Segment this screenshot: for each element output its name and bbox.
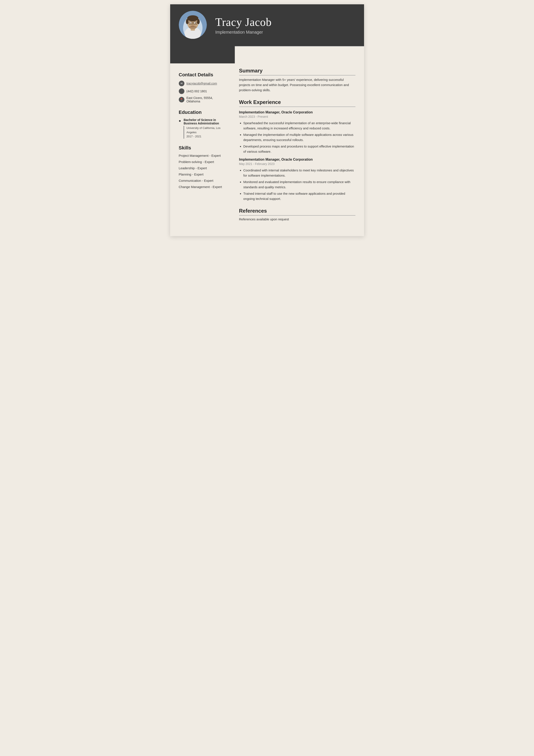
summary-section: Summary Implementation Manager with 5+ y… [239, 68, 355, 93]
job-title-1: Implementation Manager, Oracle Corporati… [239, 110, 355, 114]
svg-point-10 [190, 23, 191, 24]
phone-icon: 📞 [179, 88, 184, 94]
work-experience-section: Work Experience Implementation Manager, … [239, 99, 355, 202]
contact-phone: 📞 (442) 002 1801 [179, 88, 226, 94]
job-bullet: Coordinated with internal stakeholders t… [243, 168, 355, 178]
right-column: Summary Implementation Manager with 5+ y… [233, 66, 364, 236]
svg-point-11 [194, 23, 195, 24]
edu-border-block: University of California, Los Angeles 20… [184, 126, 226, 139]
job-bullet: Monitored and evaluated implementation r… [243, 179, 355, 190]
skill-item: Planning - Expert [179, 173, 226, 176]
edu-bullet-icon: ● [179, 119, 181, 139]
job-title-2: Implementation Manager, Oracle Corporati… [239, 158, 355, 162]
education-content: Bachelor of Science in Business Administ… [184, 118, 226, 139]
skill-item: Problem-solving - Expert [179, 160, 226, 164]
header-info: Tracy Jacob Implementation Manager [216, 16, 272, 35]
contact-email: ✉ tracyjacob@gmail.com [179, 81, 226, 86]
job-date-1: March 2023 - Present [239, 115, 355, 119]
job-bullet: Trained internal staff to use the new so… [243, 191, 355, 202]
job-date-2: May 2021 - February 2023 [239, 162, 355, 166]
avatar [179, 11, 207, 40]
svg-point-18 [189, 25, 197, 29]
education-item: ● Bachelor of Science in Business Admini… [179, 118, 226, 139]
left-column: Contact Details ✉ tracyjacob@gmail.com 📞… [170, 66, 233, 236]
skill-item: Leadership - Expert [179, 166, 226, 170]
contact-section-title: Contact Details [179, 72, 226, 78]
resume-body: Contact Details ✉ tracyjacob@gmail.com 📞… [170, 57, 364, 236]
job-entry-2: Implementation Manager, Oracle Corporati… [239, 158, 355, 202]
chevron-decoration [170, 46, 364, 57]
job-bullet: Spearheaded the successful implementatio… [243, 121, 355, 131]
skill-item: Communication - Expert [179, 179, 226, 182]
chevron-left [170, 46, 235, 57]
skills-list: Project Management - Expert Problem-solv… [179, 154, 226, 189]
person-name: Tracy Jacob [216, 16, 272, 28]
job-entry-1: Implementation Manager, Oracle Corporati… [239, 110, 355, 154]
edu-university: University of California, Los Angeles [186, 126, 226, 134]
references-section-title: References [239, 208, 355, 216]
skills-section-title: Skills [179, 145, 226, 151]
edu-degree: Bachelor of Science in Business Administ… [184, 118, 226, 125]
address-text: East Cicero, 55554, Oklahoma [187, 96, 226, 103]
summary-section-title: Summary [239, 68, 355, 75]
location-icon: 📍 [179, 97, 184, 102]
job-bullet: Managed the implementation of multiple s… [243, 132, 355, 143]
resume-document: Tracy Jacob Implementation Manager Conta… [170, 4, 364, 236]
email-link[interactable]: tracyjacob@gmail.com [187, 82, 217, 85]
references-text: References available upon request [239, 217, 355, 221]
job-bullets-2: Coordinated with internal stakeholders t… [239, 168, 355, 202]
job-bullet: Developed process maps and procedures to… [243, 144, 355, 154]
svg-point-5 [187, 15, 198, 21]
edu-years: 2017 - 2021 [186, 134, 226, 139]
work-experience-section-title: Work Experience [239, 99, 355, 107]
svg-point-6 [186, 19, 189, 24]
summary-text: Implementation Manager with 5+ years' ex… [239, 77, 355, 93]
person-title: Implementation Manager [216, 30, 272, 35]
references-section: References References available upon req… [239, 208, 355, 221]
resume-header: Tracy Jacob Implementation Manager [170, 4, 364, 46]
contact-address: 📍 East Cicero, 55554, Oklahoma [179, 96, 226, 103]
job-bullets-1: Spearheaded the successful implementatio… [239, 121, 355, 154]
email-icon: ✉ [179, 81, 184, 86]
phone-text: (442) 002 1801 [187, 90, 207, 93]
education-section-title: Education [179, 110, 226, 115]
chevron-right [235, 46, 364, 57]
svg-point-7 [197, 19, 200, 24]
skill-item: Project Management - Expert [179, 154, 226, 157]
skill-item: Change Management - Expert [179, 185, 226, 189]
